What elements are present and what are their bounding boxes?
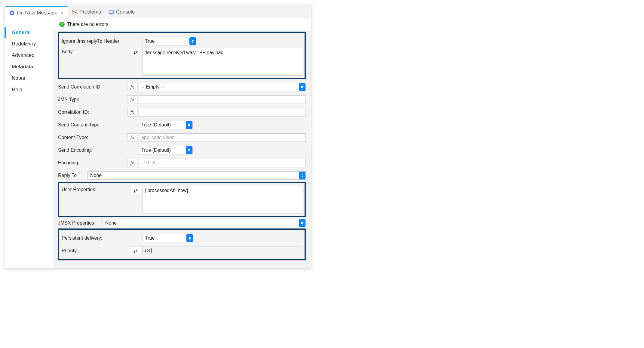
tab-on-new-message[interactable]: On New Message ✕: [5, 6, 68, 19]
sidebar-item-advanced[interactable]: Advanced: [5, 50, 53, 61]
svg-rect-1: [11, 12, 13, 14]
label-priority: Priority:: [62, 248, 131, 253]
textarea-user-props[interactable]: [142, 186, 302, 213]
label-encoding: Encoding:: [58, 160, 127, 166]
svg-point-3: [73, 11, 75, 12]
chevron-updown-icon: [186, 121, 192, 129]
sidebar-item-metadata[interactable]: Metadata: [5, 61, 53, 73]
input-content-type[interactable]: [139, 133, 306, 142]
chevron-updown-icon: [186, 146, 192, 154]
label-reply-to: Reply To: [58, 173, 85, 178]
select-send-corr-id[interactable]: -- Empty --: [139, 83, 306, 91]
fx-button-user-props[interactable]: fx: [131, 186, 141, 194]
row-priority: Priority: fx i 8: [62, 245, 302, 257]
select-send-encoding[interactable]: True (Default): [139, 146, 193, 154]
row-send-corr-id: Send Correlation ID: fx -- Empty --: [58, 81, 306, 93]
label-send-corr-id: Send Correlation ID:: [58, 84, 127, 90]
label-ignore-replyto: Ignore Jms replyTo Header:: [62, 39, 131, 44]
tab-console[interactable]: Console: [105, 6, 138, 18]
svg-rect-5: [109, 10, 113, 14]
tabbar: On New Message ✕ Problems Console: [5, 5, 311, 18]
highlight-body-section: Ignore Jms replyTo Header: True Body: fx: [58, 32, 306, 79]
status-text: There are no errors.: [67, 22, 110, 27]
row-send-content-type: Send Content-Type: True (Default): [58, 119, 306, 131]
label-content-type: Content-Type:: [58, 135, 127, 140]
svg-rect-2: [72, 10, 77, 14]
label-user-props: User Properties:: [62, 186, 131, 192]
select-ignore-replyto[interactable]: True: [142, 37, 196, 45]
input-encoding[interactable]: [139, 159, 306, 167]
sidebar-item-general[interactable]: General: [5, 27, 53, 38]
row-body: Body: fx: [62, 48, 302, 76]
textarea-body[interactable]: [142, 48, 302, 76]
content-area: ✓ There are no errors. Ignore Jms replyT…: [53, 18, 311, 268]
svg-point-4: [75, 12, 76, 13]
row-send-encoding: Send Encoding: True (Default): [58, 144, 306, 156]
tab-problems[interactable]: Problems: [68, 6, 105, 18]
close-icon[interactable]: ✕: [60, 11, 64, 15]
ok-icon: ✓: [59, 22, 65, 27]
fx-button-corr-id[interactable]: fx: [127, 108, 137, 117]
chevron-updown-icon: [186, 234, 193, 242]
info-icon: i: [145, 248, 146, 253]
fx-button-encoding[interactable]: fx: [127, 159, 137, 167]
highlight-user-props-section: User Properties: fx: [58, 182, 306, 217]
problems-icon: [72, 9, 78, 15]
row-jmsx-props: JMSX Properties None: [58, 219, 306, 227]
text-caret: [151, 248, 152, 253]
message-icon: [9, 10, 15, 16]
fx-button-content-type[interactable]: fx: [127, 133, 137, 142]
chevron-updown-icon: [299, 172, 305, 179]
row-encoding: Encoding: fx: [58, 157, 306, 169]
sidebar-item-notes[interactable]: Notes: [5, 73, 53, 84]
input-priority[interactable]: i 8: [142, 247, 302, 255]
tab-label: Problems: [79, 9, 101, 15]
select-jmsx-props[interactable]: None: [103, 219, 306, 227]
label-jmsx-props: JMSX Properties: [58, 220, 100, 226]
row-reply-to: Reply To None: [58, 171, 306, 180]
row-ignore-replyto: Ignore Jms replyTo Header: True: [62, 35, 302, 47]
highlight-delivery-section: Persistent delivery: True Priority: fx i: [58, 228, 306, 260]
status-row: ✓ There are no errors.: [53, 18, 311, 30]
row-persistent: Persistent delivery: True: [62, 232, 302, 244]
label-send-encoding: Send Encoding:: [58, 148, 127, 153]
label-body: Body:: [62, 48, 131, 54]
sidebar-item-help[interactable]: Help: [5, 84, 53, 95]
chevron-updown-icon: [299, 83, 305, 91]
chevron-updown-icon: [189, 37, 196, 45]
row-jms-type: JMS Type: fx: [58, 94, 306, 106]
input-jms-type[interactable]: [139, 95, 306, 104]
editor-body: General Redelivery Advanced Metadata Not…: [5, 18, 311, 268]
tab-label: On New Message: [17, 10, 57, 16]
sidebar-item-redelivery[interactable]: Redelivery: [5, 38, 53, 50]
label-corr-id: Correlation ID:: [58, 110, 127, 115]
label-jms-type: JMS Type:: [58, 97, 127, 102]
row-user-props: User Properties: fx: [62, 186, 302, 213]
console-icon: [108, 9, 114, 15]
config-window: On New Message ✕ Problems Console Genera…: [5, 5, 311, 268]
label-send-content-type: Send Content-Type:: [58, 122, 127, 128]
select-send-content-type[interactable]: True (Default): [139, 121, 193, 129]
select-persistent[interactable]: True: [142, 234, 193, 242]
tab-label: Console: [116, 9, 135, 15]
fx-button-jms-type[interactable]: fx: [127, 95, 137, 104]
chevron-updown-icon: [299, 219, 305, 227]
input-corr-id[interactable]: [139, 108, 306, 117]
label-persistent: Persistent delivery:: [62, 235, 131, 241]
row-corr-id: Correlation ID: fx: [58, 106, 306, 118]
select-reply-to[interactable]: None: [87, 171, 306, 180]
fx-button-priority[interactable]: fx: [131, 247, 141, 255]
fx-button-send-corr-id[interactable]: fx: [127, 83, 137, 91]
row-content-type: Content-Type: fx: [58, 132, 306, 144]
sidebar: General Redelivery Advanced Metadata Not…: [5, 18, 53, 268]
fx-button-body[interactable]: fx: [131, 48, 141, 56]
